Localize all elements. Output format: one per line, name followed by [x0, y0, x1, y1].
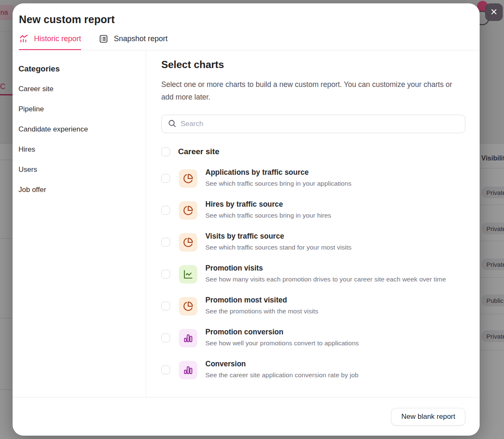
tab-snapshot-report[interactable]: Snapshot report — [99, 34, 168, 50]
chart-title: Promotion most visited — [205, 296, 465, 305]
tab-historic-report[interactable]: Historic report — [19, 34, 81, 50]
career-site-section-label: Career site — [178, 147, 219, 156]
chart-description: See which traffic sources bring in your … — [205, 210, 465, 221]
chart-description: See how well your promotions convert to … — [205, 338, 465, 348]
chart-checkbox[interactable] — [161, 238, 170, 247]
chart-row-promotion-conversion: Promotion conversion See how well your p… — [161, 328, 465, 348]
career-site-section-checkbox[interactable] — [161, 147, 170, 156]
chart-row-visits-by-traffic-source: Visits by traffic source See which traff… — [161, 232, 465, 252]
sidebar-item-candidate-experience[interactable]: Candidate experience — [18, 125, 137, 134]
sidebar-item-career-site[interactable]: Career site — [18, 85, 137, 93]
pie-chart-icon — [179, 169, 197, 188]
pie-chart-icon — [179, 297, 197, 315]
snapshot-list-icon — [99, 34, 108, 44]
chart-checkbox[interactable] — [161, 270, 170, 279]
chart-checkbox[interactable] — [161, 206, 170, 215]
dialog-footer: New blank report — [13, 397, 480, 436]
chart-row-promotion-most-visited: Promotion most visited See the promotion… — [161, 296, 465, 316]
report-type-tabs: Historic report Snapshot report — [19, 34, 473, 50]
new-custom-report-dialog: New custom report Historic report — [13, 3, 480, 436]
chart-title: Hires by traffic source — [205, 200, 465, 209]
new-blank-report-button[interactable]: New blank report — [391, 408, 465, 426]
sidebar-item-users[interactable]: Users — [18, 166, 137, 174]
chart-checkbox[interactable] — [161, 302, 170, 310]
chart-title: Promotion visits — [205, 264, 465, 273]
chart-row-promotion-visits: Promotion visits See how many visits eac… — [161, 264, 465, 284]
chart-search — [161, 115, 465, 133]
chart-row-conversion: Conversion See the career site applicati… — [161, 360, 465, 380]
tab-label: Historic report — [34, 34, 81, 43]
pie-chart-icon — [179, 201, 197, 220]
chart-description: See which traffic sources stand for your… — [205, 242, 465, 252]
tab-label: Snapshot report — [114, 34, 168, 43]
select-charts-description: Select one or more charts to build a new… — [161, 78, 455, 103]
historic-chart-icon — [19, 34, 29, 44]
search-input[interactable] — [181, 120, 459, 128]
chart-description: See the career site application conversi… — [205, 370, 465, 380]
chart-description: See how many visits each promotion drive… — [205, 274, 465, 284]
chart-checkbox[interactable] — [161, 365, 170, 374]
pie-chart-icon — [179, 233, 197, 252]
chart-checkbox[interactable] — [161, 174, 170, 183]
sidebar-item-job-offer[interactable]: Job offer — [18, 186, 137, 194]
sidebar-item-pipeline[interactable]: Pipeline — [18, 105, 137, 113]
close-icon — [490, 8, 498, 17]
line-chart-icon — [179, 265, 197, 284]
chart-description: See which traffic sources bring in your … — [205, 178, 465, 189]
dialog-header: New custom report Historic report — [13, 3, 480, 50]
dialog-body: Categories Career site Pipeline Candidat… — [13, 50, 480, 397]
chart-title: Applications by traffic source — [205, 168, 465, 177]
search-icon — [168, 119, 176, 129]
chart-title: Visits by traffic source — [205, 232, 465, 241]
chart-row-hires-by-traffic-source: Hires by traffic source See which traffi… — [161, 200, 465, 221]
select-charts-panel: Select charts Select one or more charts … — [146, 50, 480, 397]
sidebar-item-hires[interactable]: Hires — [18, 145, 137, 154]
chart-row-applications-by-traffic-source: Applications by traffic source See which… — [161, 168, 465, 189]
categories-heading: Categories — [18, 64, 137, 74]
chart-title: Conversion — [205, 360, 465, 368]
career-site-section-header: Career site — [161, 147, 465, 156]
chart-description: See the promotions with the most visits — [205, 306, 465, 316]
select-charts-heading: Select charts — [161, 59, 465, 71]
chart-title: Promotion conversion — [205, 328, 465, 336]
bar-chart-icon — [179, 329, 197, 347]
dialog-title: New custom report — [19, 13, 473, 26]
bar-chart-icon — [179, 361, 197, 379]
close-button[interactable] — [485, 3, 503, 21]
categories-sidebar: Categories Career site Pipeline Candidat… — [13, 50, 146, 397]
chart-checkbox[interactable] — [161, 334, 170, 342]
